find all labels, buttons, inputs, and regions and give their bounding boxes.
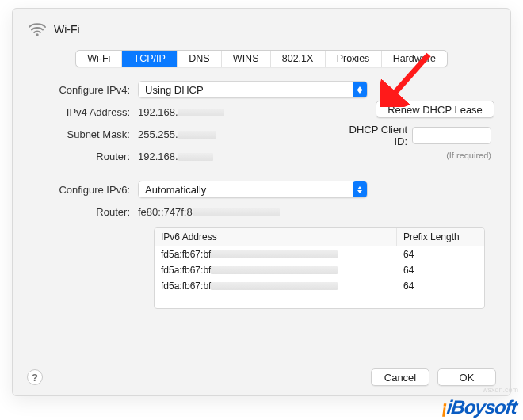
dhcp-client-id-label: DHCP Client ID: [336, 124, 412, 147]
configure-ipv4-select[interactable]: Using DHCP [138, 81, 368, 98]
help-button[interactable]: ? [27, 369, 43, 385]
configure-ipv4-label: Configure IPv4: [29, 84, 138, 96]
sheet-footer: ? Cancel OK [27, 368, 496, 386]
configure-ipv6-select[interactable]: Automatically [138, 181, 368, 198]
dhcp-column: Renew DHCP Lease DHCP Client ID: (If req… [336, 101, 494, 160]
wifi-icon [29, 22, 46, 36]
sheet-header: Wi-Fi [29, 18, 494, 40]
table-row[interactable]: fd5a:fb67:bf 64 [155, 262, 484, 278]
dhcp-client-id-hint: (If required) [336, 151, 494, 160]
col-ipv6-address[interactable]: IPv6 Address [155, 228, 397, 246]
sheet-title: Wi-Fi [54, 23, 80, 36]
tab-wins[interactable]: WINS [222, 51, 271, 67]
dhcp-client-id-input[interactable] [412, 127, 491, 144]
network-tcpip-sheet: Wi-Fi Wi-Fi TCP/IP DNS WINS 802.1X Proxi… [12, 8, 511, 396]
tab-proxies[interactable]: Proxies [326, 51, 382, 67]
chevron-updown-icon [353, 181, 367, 197]
tab-wifi[interactable]: Wi-Fi [76, 51, 122, 67]
table-row[interactable]: fd5a:fb67:bf 64 [155, 278, 484, 294]
ipv4-router-label: Router: [29, 151, 138, 162]
ipv6-router-value: fe80::747f:8 [138, 206, 280, 218]
renew-dhcp-lease-button[interactable]: Renew DHCP Lease [376, 101, 494, 118]
ipv4-address-label: IPv4 Address: [29, 106, 138, 118]
tab-bar: Wi-Fi TCP/IP DNS WINS 802.1X Proxies Har… [75, 50, 448, 67]
subnet-mask-value: 255.255. [138, 128, 216, 140]
ipv4-address-value: 192.168. [138, 106, 224, 118]
watermark-brand: ¡iBoysoft [441, 396, 518, 418]
subnet-mask-label: Subnet Mask: [29, 128, 138, 140]
chevron-updown-icon [353, 82, 367, 97]
tab-8021x[interactable]: 802.1X [271, 51, 326, 67]
watermark-site: wsxdn.com [483, 386, 518, 394]
col-prefix-length[interactable]: Prefix Length [397, 228, 484, 246]
ipv6-address-table: IPv6 Address Prefix Length fd5a:fb67:bf … [154, 227, 485, 309]
cancel-button[interactable]: Cancel [371, 368, 429, 386]
tcpip-form: Configure IPv4: Using DHCP IPv4 Address:… [29, 78, 494, 309]
ipv4-router-value: 192.168. [138, 151, 213, 162]
ok-button[interactable]: OK [437, 368, 496, 386]
table-row[interactable]: fd5a:fb67:bf 64 [155, 246, 484, 262]
tab-tcpip[interactable]: TCP/IP [122, 51, 178, 67]
configure-ipv6-value: Automatically [145, 184, 206, 196]
ipv6-router-label: Router: [29, 206, 138, 218]
svg-point-0 [36, 33, 38, 36]
tab-dns[interactable]: DNS [178, 51, 222, 67]
tab-hardware[interactable]: Hardware [382, 51, 447, 67]
configure-ipv6-label: Configure IPv6: [29, 184, 138, 196]
configure-ipv4-value: Using DHCP [145, 84, 204, 96]
